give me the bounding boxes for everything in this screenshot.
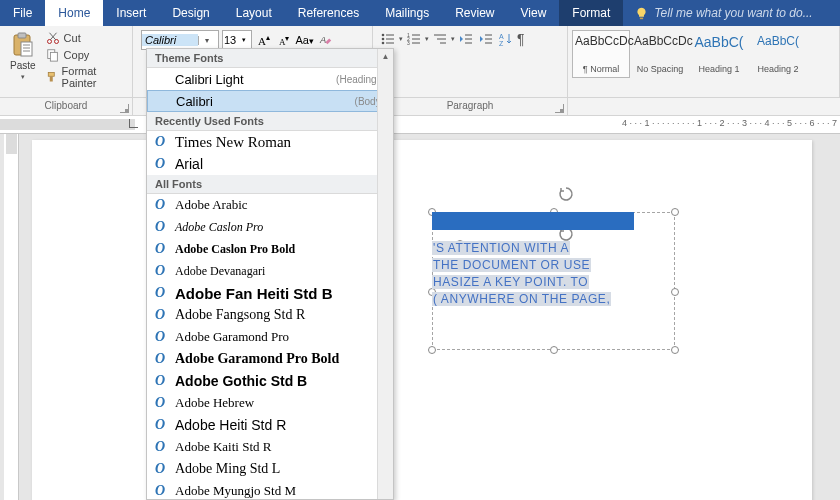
- copy-button[interactable]: Copy: [44, 47, 126, 63]
- resize-handle[interactable]: [671, 288, 679, 296]
- font-option[interactable]: OArial: [147, 153, 393, 175]
- scroll-up-button[interactable]: ▲: [378, 49, 393, 65]
- group-paragraph: ▾ 123 ▾ ▾ AZ ¶: [373, 26, 568, 97]
- group-clipboard: Paste ▾ Cut Copy Format Painter: [0, 26, 133, 97]
- svg-text:3: 3: [407, 40, 410, 46]
- tab-home[interactable]: Home: [45, 0, 103, 26]
- document-workspace: 'S ATTENTION WITH A THE DOCUMENT OR USE …: [0, 134, 840, 500]
- font-dropdown[interactable]: ▲ Theme Fonts Calibri Light(Headings)Cal…: [146, 48, 394, 500]
- font-option[interactable]: OAdobe Caslon Pro: [147, 216, 393, 238]
- opentype-icon: O: [155, 307, 171, 323]
- shrink-font-button[interactable]: A▾: [276, 32, 293, 49]
- chevron-down-icon[interactable]: ▾: [237, 36, 251, 44]
- increase-indent-button[interactable]: [477, 30, 495, 48]
- show-paragraph-marks-button[interactable]: ¶: [517, 31, 525, 47]
- textbox-content[interactable]: 'S ATTENTION WITH A THE DOCUMENT OR USE …: [432, 240, 646, 308]
- font-option[interactable]: OAdobe Ming Std L: [147, 458, 393, 480]
- style-heading-2[interactable]: AaBbC( Heading 2: [749, 30, 807, 78]
- opentype-icon: O: [155, 351, 171, 367]
- paste-button[interactable]: Paste ▾: [6, 30, 40, 90]
- font-dd-recent-header: Recently Used Fonts: [147, 112, 393, 131]
- change-case-button[interactable]: Aa▾: [295, 34, 313, 46]
- svg-point-8: [54, 39, 58, 43]
- resize-handle[interactable]: [671, 346, 679, 354]
- scrollbar[interactable]: ▲: [377, 49, 393, 499]
- svg-rect-14: [49, 76, 52, 81]
- font-option[interactable]: OAdobe Myungjo Std M: [147, 480, 393, 500]
- tab-insert[interactable]: Insert: [103, 0, 159, 26]
- copy-icon: [46, 48, 60, 62]
- svg-point-7: [47, 39, 51, 43]
- numbering-button[interactable]: 123: [405, 30, 423, 48]
- font-size-combo[interactable]: 13 ▾: [222, 30, 252, 50]
- font-option[interactable]: OAdobe Garamond Pro: [147, 326, 393, 348]
- opentype-icon: O: [155, 241, 171, 257]
- dialog-launcher-icon[interactable]: [555, 104, 564, 113]
- font-option[interactable]: OAdobe Devanagari: [147, 260, 393, 282]
- font-option[interactable]: OAdobe Heiti Std R: [147, 414, 393, 436]
- tab-design[interactable]: Design: [159, 0, 222, 26]
- bullets-button[interactable]: [379, 30, 397, 48]
- font-option[interactable]: Calibri(Body): [147, 90, 393, 112]
- resize-handle[interactable]: [550, 346, 558, 354]
- dialog-launcher-icon[interactable]: [120, 104, 129, 113]
- font-option[interactable]: OAdobe Fangsong Std R: [147, 304, 393, 326]
- svg-text:A: A: [499, 33, 504, 40]
- chevron-down-icon[interactable]: ▾: [198, 36, 214, 45]
- chevron-down-icon: ▾: [21, 73, 25, 81]
- horizontal-ruler[interactable]: L 4 · · · 1 · · · · · · · · · 1 · · · 2 …: [0, 116, 840, 134]
- style-normal[interactable]: AaBbCcDc ¶ Normal: [572, 30, 630, 78]
- textbox-header-bar: [432, 212, 634, 230]
- opentype-icon: O: [155, 373, 171, 389]
- font-option[interactable]: OAdobe Gothic Std B: [147, 370, 393, 392]
- style-no-spacing[interactable]: AaBbCcDc No Spacing: [631, 30, 689, 78]
- caption-clipboard: Clipboard: [0, 98, 133, 115]
- font-option[interactable]: OTimes New Roman: [147, 131, 393, 153]
- tab-format[interactable]: Format: [559, 0, 623, 26]
- grow-font-button[interactable]: A▴: [255, 31, 273, 49]
- font-option[interactable]: OAdobe Caslon Pro Bold: [147, 238, 393, 260]
- vertical-ruler[interactable]: [4, 134, 19, 500]
- font-option[interactable]: OAdobe Kaiti Std R: [147, 436, 393, 458]
- svg-text:A: A: [319, 35, 326, 45]
- opentype-icon: O: [155, 417, 171, 433]
- tab-view[interactable]: View: [508, 0, 560, 26]
- format-painter-button[interactable]: Format Painter: [44, 64, 126, 90]
- tab-mailings[interactable]: Mailings: [372, 0, 442, 26]
- opentype-icon: O: [155, 156, 171, 172]
- tab-file[interactable]: File: [0, 0, 45, 26]
- font-option[interactable]: OAdobe Fan Heiti Std B: [147, 282, 393, 304]
- resize-handle[interactable]: [671, 208, 679, 216]
- resize-handle[interactable]: [428, 346, 436, 354]
- multilevel-list-button[interactable]: [431, 30, 449, 48]
- svg-rect-3: [21, 42, 32, 56]
- paintbrush-icon: [46, 70, 58, 84]
- style-heading-1[interactable]: AaBbC( Heading 1: [690, 30, 748, 78]
- group-captions: Clipboard Paragraph: [0, 98, 840, 116]
- sort-button[interactable]: AZ: [497, 30, 515, 48]
- opentype-icon: O: [155, 134, 171, 150]
- cut-button[interactable]: Cut: [44, 30, 126, 46]
- font-option[interactable]: OAdobe Arabic: [147, 194, 393, 216]
- opentype-icon: O: [155, 263, 171, 279]
- tab-review[interactable]: Review: [442, 0, 507, 26]
- tell-me-search[interactable]: Tell me what you want to do...: [623, 0, 840, 26]
- ribbon: File Home Insert Design Layout Reference…: [0, 0, 840, 26]
- selected-textbox[interactable]: 'S ATTENTION WITH A THE DOCUMENT OR USE …: [432, 198, 700, 378]
- svg-line-10: [49, 33, 55, 40]
- svg-point-16: [382, 34, 385, 37]
- rotate-handle-icon[interactable]: [558, 186, 574, 202]
- font-option[interactable]: OAdobe Garamond Pro Bold: [147, 348, 393, 370]
- opentype-icon: O: [155, 483, 171, 499]
- font-option[interactable]: OAdobe Hebrew: [147, 392, 393, 414]
- ribbon-toolbar: Paste ▾ Cut Copy Format Painter: [0, 26, 840, 98]
- font-name-input[interactable]: [142, 34, 198, 46]
- font-option[interactable]: Calibri Light(Headings): [147, 68, 393, 90]
- tab-references[interactable]: References: [285, 0, 372, 26]
- opentype-icon: O: [155, 219, 171, 235]
- clear-formatting-button[interactable]: A: [317, 32, 334, 49]
- font-name-combo[interactable]: ▾: [141, 30, 219, 50]
- svg-point-18: [382, 42, 385, 45]
- tab-layout[interactable]: Layout: [223, 0, 285, 26]
- decrease-indent-button[interactable]: [457, 30, 475, 48]
